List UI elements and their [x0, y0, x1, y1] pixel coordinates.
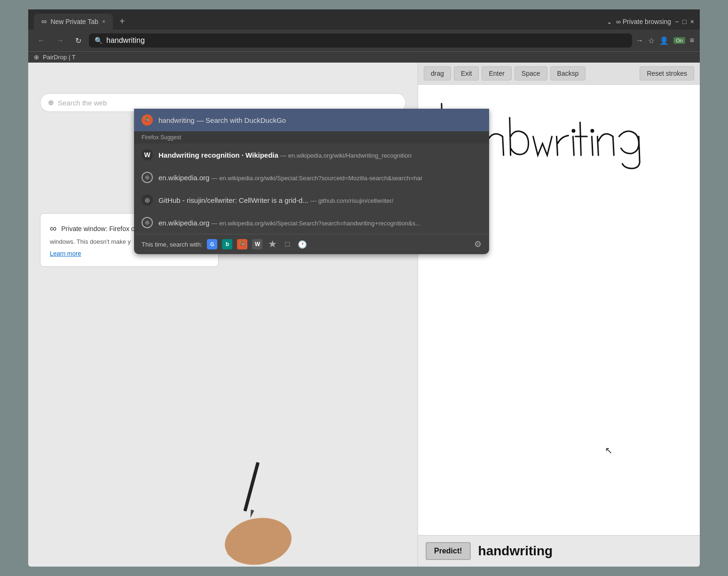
tab-bar: ∞ New Private Tab × + ⌄ ∞ Private browsi…	[28, 9, 700, 30]
drag-button[interactable]: drag	[424, 66, 451, 80]
toolbar: ← → ↻ 🔍 → ☆ 👤 On ≡	[28, 30, 700, 51]
tab-search-engine[interactable]: □	[282, 239, 293, 249]
inner-screen: 🦆 handwriting — Search with DuckDuckGo F…	[28, 63, 700, 567]
tab-bar-right: ⌄ ∞ Private browsing − □ ×	[607, 18, 694, 25]
refresh-button[interactable]: ↻	[71, 34, 85, 47]
wiki-suggestion-label: Handwriting recognition · Wikipedia — en…	[158, 151, 482, 159]
autocomplete-footer: This time, search with: G b 🦆 W ★ □ 🕐 ⚙	[134, 234, 489, 254]
clock-search-engine[interactable]: 🕐	[297, 239, 308, 249]
github-label: GitHub - risujin/cellwriter: CellWriter …	[158, 196, 482, 204]
space-button[interactable]: Space	[514, 66, 547, 80]
autocomplete-dropdown: 🦆 handwriting — Search with DuckDuckGo F…	[134, 109, 489, 254]
page-search-icon: ⊕	[48, 98, 54, 107]
autocomplete-item-wiki-globe[interactable]: ⊕ en.wikipedia.org — en.wikipedia.org/wi…	[134, 166, 489, 189]
private-icon: ∞	[616, 18, 621, 25]
dropdown-icon[interactable]: ⌄	[607, 18, 612, 25]
bookmark-site-label[interactable]: PairDrop | T	[43, 54, 76, 61]
gear-icon[interactable]: ⚙	[474, 239, 482, 249]
tab-label: New Private Tab	[50, 18, 98, 25]
minimize-button[interactable]: −	[675, 18, 679, 25]
maximize-button[interactable]: □	[682, 18, 686, 25]
ddg-suggestion-label: handwriting — Search with DuckDuckGo	[158, 116, 482, 124]
autocomplete-item-wiki-globe2[interactable]: ⊕ en.wikipedia.org — en.wikipedia.org/wi…	[134, 211, 489, 234]
reset-strokes-button[interactable]: Reset strokes	[640, 66, 694, 80]
ddg-search-engine[interactable]: 🦆	[237, 239, 247, 249]
bookmark-site-icon: ⊕	[34, 54, 39, 61]
predicted-text: handwriting	[478, 544, 553, 559]
profile-icon: 👤	[659, 36, 669, 45]
private-label: ∞ Private browsing	[616, 18, 671, 25]
wiki-search-engine[interactable]: W	[252, 239, 262, 249]
github-icon: ◎	[142, 194, 153, 206]
prediction-bar: Predict! handwriting	[418, 535, 700, 567]
enter-button[interactable]: Enter	[482, 66, 511, 80]
wiki-globe-label: en.wikipedia.org — en.wikipedia.org/wiki…	[158, 174, 482, 182]
toolbar-right: → ☆ 👤 On ≡	[636, 36, 694, 45]
predict-button[interactable]: Predict!	[426, 542, 471, 560]
globe-icon-2: ⊕	[142, 217, 153, 228]
page-search-placeholder: Search the web	[58, 99, 107, 107]
browser-window: ∞ New Private Tab × + ⌄ ∞ Private browsi…	[28, 9, 700, 567]
back-button[interactable]: ←	[34, 34, 49, 47]
address-input[interactable]	[106, 36, 626, 45]
tablet-frame: ■ ■ 11:24 ↻ Q BW+D:1 1 / 3 ↑ ≋ ◄) 43% ∞ …	[28, 9, 700, 567]
svg-point-0	[571, 129, 575, 133]
autocomplete-item-github[interactable]: ◎ GitHub - risujin/cellwriter: CellWrite…	[134, 189, 489, 211]
this-time-search-label: This time, search with:	[142, 241, 202, 248]
menu-button[interactable]: ≡	[690, 36, 694, 45]
svg-point-1	[590, 129, 594, 133]
globe-icon-1: ⊕	[142, 172, 153, 183]
ddg-icon: 🦆	[142, 114, 153, 126]
backsp-button[interactable]: Backsp	[550, 66, 586, 80]
bookmarks-bar: ⊕ PairDrop | T	[28, 51, 700, 63]
address-search-icon: 🔍	[95, 37, 103, 44]
star-search-engine[interactable]: ★	[267, 239, 277, 249]
address-bar[interactable]: 🔍	[89, 33, 632, 48]
bing-search-engine[interactable]: b	[222, 239, 232, 249]
firefox-suggest-label: Firefox Suggest	[134, 131, 489, 144]
wikipedia-icon: W	[142, 149, 153, 160]
cellwriter-toolbar: drag Exit Enter Space Backsp Reset strok…	[418, 63, 700, 85]
tab-close-button[interactable]: ×	[102, 18, 105, 25]
close-button[interactable]: ×	[690, 18, 694, 25]
google-search-engine[interactable]: G	[207, 239, 217, 249]
tab-private-icon: ∞	[41, 17, 47, 26]
autocomplete-item-wiki[interactable]: W Handwriting recognition · Wikipedia — …	[134, 144, 489, 166]
wiki-globe2-label: en.wikipedia.org — en.wikipedia.org/wiki…	[158, 219, 482, 227]
bookmark-icon[interactable]: ☆	[648, 36, 655, 45]
exit-button[interactable]: Exit	[454, 66, 479, 80]
private-window-icon: ∞	[50, 223, 56, 234]
on-badge: On	[673, 37, 685, 44]
new-tab-button[interactable]: +	[115, 13, 130, 30]
arrow-right-icon[interactable]: →	[636, 36, 643, 45]
autocomplete-item-ddg[interactable]: 🦆 handwriting — Search with DuckDuckGo	[134, 109, 489, 131]
active-tab[interactable]: ∞ New Private Tab ×	[34, 14, 113, 30]
forward-button[interactable]: →	[53, 34, 68, 47]
